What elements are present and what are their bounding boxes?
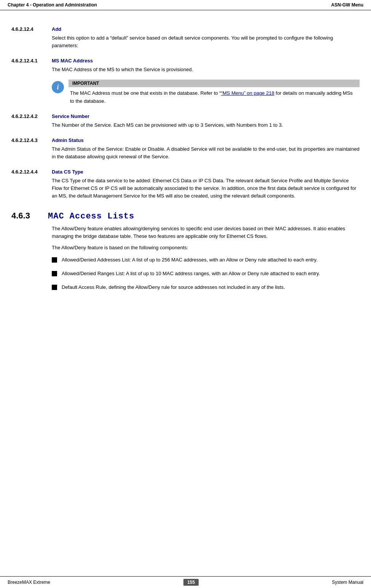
section-num-4-6-2-12-4-4: 4.6.2.12.4.4 <box>11 169 46 175</box>
important-link[interactable]: “MS Menu” on page 218 <box>221 90 274 96</box>
section-body-4-6-2-12-4-3: The Admin Status of the Service: Enable … <box>52 145 360 161</box>
section-num-4-6-2-12-4-1: 4.6.2.12.4.1 <box>11 58 46 64</box>
section-body-4-6-2-12-4-2: The Number of the Service. Each MS can b… <box>52 121 360 129</box>
section-num-4-6-2-12-4-2: 4.6.2.12.4.2 <box>11 113 46 119</box>
list-item: Default Access Rule, defining the Allow/… <box>52 284 360 291</box>
section-body-4-6-3-p1: The Allow/Deny feature enables allowing/… <box>52 225 360 240</box>
important-icon-container: i <box>52 80 68 105</box>
section-body-4-6-2-12-4-4: The CS Type of the data service to be ad… <box>52 177 360 200</box>
important-icon: i <box>52 81 64 93</box>
bullet-text-2: Allowed/Denied Ranges List: A list of up… <box>62 270 320 277</box>
page-footer: BreezeMAX Extreme 155 System Manual <box>0 576 371 588</box>
important-box: i IMPORTANT The MAC Address must be one … <box>52 80 360 105</box>
important-header: IMPORTANT <box>68 80 360 87</box>
page-content: 4.6.2.12.4 Add Select this option to add… <box>0 10 371 320</box>
section-num-4-6-2-12-4-3: 4.6.2.12.4.3 <box>11 137 46 143</box>
bullet-list-container: Allowed/Denied Addresses List: A list of… <box>52 256 360 291</box>
section-title-4-6-2-12-4-3: Admin Status <box>52 137 84 143</box>
section-body-4-6-3-p2: The Allow/Deny feature is based on the f… <box>52 244 360 252</box>
section-4-6-2-12-4-3-heading: 4.6.2.12.4.3 Admin Status <box>11 137 360 143</box>
bullet-text-3: Default Access Rule, defining the Allow/… <box>62 284 285 291</box>
section-num-4-6-3: 4.6.3 <box>11 211 42 221</box>
bullet-icon-2 <box>52 271 57 276</box>
header-chapter: Chapter 4 - Operation and Administration <box>8 2 97 8</box>
footer-product: BreezeMAX Extreme <box>8 580 50 585</box>
section-title-4-6-2-12-4: Add <box>52 26 61 32</box>
section-title-4-6-2-12-4-1: MS MAC Address <box>52 58 93 64</box>
bullet-icon-3 <box>52 285 57 290</box>
important-text: The MAC Address must be one that exists … <box>68 89 360 105</box>
section-body-4-6-2-12-4-1: The MAC Address of the MS to which the S… <box>52 66 360 73</box>
section-4-6-3-heading: 4.6.3 MAC Access Lists <box>11 211 360 221</box>
section-4-6-2-12-4-4-heading: 4.6.2.12.4.4 Data CS Type <box>11 169 360 175</box>
header-section: ASN-GW Menu <box>331 2 363 8</box>
important-content: IMPORTANT The MAC Address must be one th… <box>68 80 360 105</box>
list-item: Allowed/Denied Addresses List: A list of… <box>52 256 360 264</box>
bullet-text-1: Allowed/Denied Addresses List: A list of… <box>62 256 318 264</box>
page-number: 155 <box>183 579 199 586</box>
mac-access-bullets: Allowed/Denied Addresses List: A list of… <box>52 256 360 291</box>
footer-manual: System Manual <box>332 580 363 585</box>
section-body-4-6-2-12-4: Select this option to add a “default” se… <box>52 34 360 49</box>
section-4-6-2-12-4-heading: 4.6.2.12.4 Add <box>11 26 360 32</box>
important-text-before: The MAC Address must be one that exists … <box>70 90 221 96</box>
bullet-icon-1 <box>52 257 57 263</box>
section-title-4-6-2-12-4-2: Service Number <box>52 113 89 119</box>
page-header: Chapter 4 - Operation and Administration… <box>0 0 371 10</box>
section-4-6-2-12-4-1-heading: 4.6.2.12.4.1 MS MAC Address <box>11 58 360 64</box>
section-title-4-6-3: MAC Access Lists <box>48 212 134 221</box>
section-4-6-2-12-4-2-heading: 4.6.2.12.4.2 Service Number <box>11 113 360 119</box>
section-title-4-6-2-12-4-4: Data CS Type <box>52 169 83 175</box>
list-item: Allowed/Denied Ranges List: A list of up… <box>52 270 360 277</box>
section-num-4-6-2-12-4: 4.6.2.12.4 <box>11 26 46 32</box>
